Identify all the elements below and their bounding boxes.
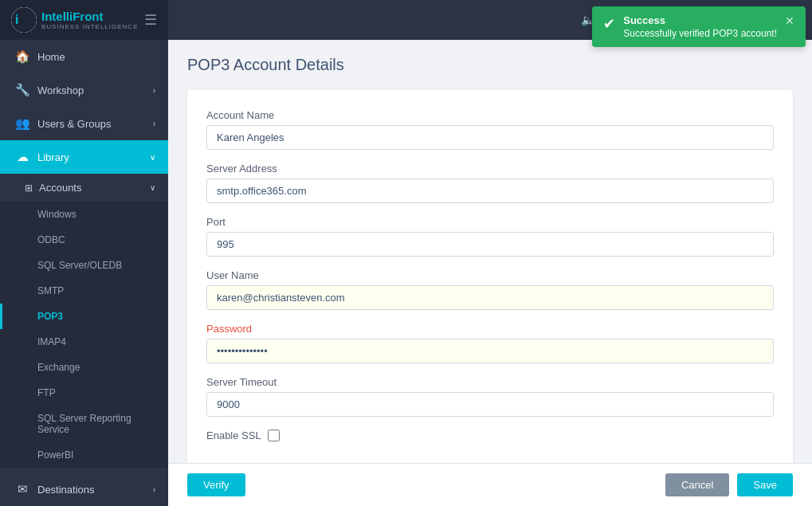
sidebar-item-exchange[interactable]: Exchange — [0, 355, 168, 380]
save-button[interactable]: Save — [737, 473, 793, 496]
sidebar-item-home[interactable]: 🏠 Home — [0, 40, 168, 73]
account-name-group: Account Name — [206, 109, 774, 150]
username-input[interactable] — [206, 285, 774, 310]
main-area: 🔈 User View KA karen@christiansteven.co.… — [168, 0, 812, 506]
sidebar-item-users-groups[interactable]: 👥 Users & Groups › — [0, 107, 168, 140]
users-icon: 👥 — [15, 116, 29, 131]
sidebar-item-library[interactable]: ☁ Library ∨ — [0, 140, 168, 174]
server-timeout-group: Server Timeout — [206, 376, 774, 417]
sidebar-item-pop3[interactable]: POP3 — [0, 304, 168, 329]
username-label: User Name — [206, 269, 774, 281]
sidebar-item-odbc[interactable]: ODBC — [0, 227, 168, 253]
sidebar-item-label: Library — [37, 151, 69, 163]
footer-left: Verify — [187, 473, 657, 496]
chevron-down-icon: ∨ — [150, 153, 155, 162]
port-input[interactable] — [206, 232, 774, 257]
sidebar-item-label: Destinations — [37, 484, 95, 496]
password-label: Password — [206, 323, 774, 335]
accounts-header[interactable]: ⊞ Accounts ∨ — [0, 174, 168, 202]
server-timeout-input[interactable] — [206, 392, 774, 417]
toast-content: Success Successfully verified POP3 accou… — [623, 14, 777, 39]
sidebar-item-imap4[interactable]: IMAP4 — [0, 329, 168, 355]
check-icon: ✔ — [603, 15, 615, 33]
hamburger-icon[interactable]: ☰ — [144, 11, 157, 29]
sidebar-item-ssrs[interactable]: SQL Server Reporting Service — [0, 406, 168, 442]
account-name-input[interactable] — [206, 125, 774, 150]
destinations-icon: ✉ — [15, 482, 29, 496]
verify-button[interactable]: Verify — [187, 473, 245, 496]
sidebar-item-ftp[interactable]: FTP — [0, 380, 168, 406]
chevron-right-icon: › — [153, 120, 155, 128]
accounts-grid-icon: ⊞ — [25, 182, 33, 194]
chevron-right-icon: › — [153, 485, 155, 494]
cancel-button[interactable]: Cancel — [665, 473, 729, 496]
svg-text:i: i — [15, 13, 18, 26]
logo-icon: i — [11, 7, 37, 33]
toast-message: Successfully verified POP3 account! — [623, 28, 777, 39]
accounts-label: Accounts — [39, 182, 81, 194]
sidebar-item-sql-server[interactable]: SQL Server/OLEDB — [0, 253, 168, 278]
sidebar-item-windows[interactable]: Windows — [0, 202, 168, 227]
sidebar-item-label: Home — [37, 51, 65, 63]
server-timeout-label: Server Timeout — [206, 376, 774, 388]
enable-ssl-label: Enable SSL — [206, 430, 261, 441]
success-toast: ✔ Success Successfully verified POP3 acc… — [592, 6, 806, 47]
server-address-group: Server Address — [206, 163, 774, 203]
account-name-label: Account Name — [206, 109, 774, 121]
sidebar-item-label: Workshop — [37, 84, 84, 96]
toast-title: Success — [623, 14, 777, 26]
sidebar: i IntelliFront BUSINESS INTELLIGENCE ☰ 🏠… — [0, 0, 168, 506]
port-label: Port — [206, 216, 774, 228]
sidebar-header: i IntelliFront BUSINESS INTELLIGENCE ☰ — [0, 0, 168, 40]
home-icon: 🏠 — [15, 49, 29, 64]
sidebar-item-workshop[interactable]: 🔧 Workshop › — [0, 73, 168, 107]
footer: Verify Cancel Save — [168, 463, 812, 506]
enable-ssl-checkbox[interactable] — [268, 430, 280, 441]
sidebar-item-smtp[interactable]: SMTP — [0, 278, 168, 304]
form-card: Account Name Server Address Port User Na… — [187, 90, 793, 463]
server-address-label: Server Address — [206, 163, 774, 175]
password-group: Password — [206, 323, 774, 363]
port-group: Port — [206, 216, 774, 257]
workshop-icon: 🔧 — [15, 83, 29, 97]
username-group: User Name — [206, 269, 774, 310]
sidebar-item-powerbi[interactable]: PowerBI — [0, 442, 168, 468]
library-icon: ☁ — [15, 150, 29, 164]
page-title: POP3 Account Details — [187, 56, 793, 74]
password-input[interactable] — [206, 339, 774, 363]
logo-text: IntelliFront BUSINESS INTELLIGENCE — [41, 10, 138, 30]
sidebar-item-destinations[interactable]: ✉ Destinations › — [0, 473, 168, 506]
content-area: POP3 Account Details Account Name Server… — [168, 40, 812, 463]
close-icon[interactable]: ✕ — [785, 14, 794, 27]
chevron-down-icon: ∨ — [150, 183, 155, 192]
accounts-section: ⊞ Accounts ∨ Windows ODBC SQL Server/OLE… — [0, 174, 168, 468]
server-address-input[interactable] — [206, 178, 774, 203]
logo: i IntelliFront BUSINESS INTELLIGENCE — [11, 7, 138, 33]
enable-ssl-group: Enable SSL — [206, 430, 774, 441]
chevron-right-icon: › — [153, 86, 155, 95]
sidebar-item-label: Users & Groups — [37, 118, 111, 130]
